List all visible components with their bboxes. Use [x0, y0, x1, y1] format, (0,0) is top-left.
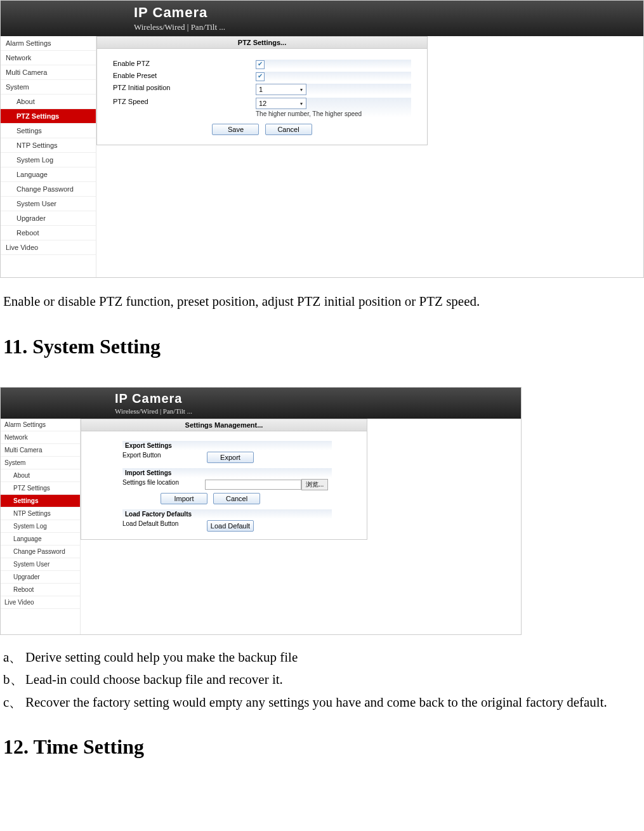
heading-11: 11. System Setting: [3, 331, 641, 362]
sidebar-item-system[interactable]: System: [1, 457, 80, 469]
sidebar-item-language[interactable]: Language: [1, 533, 80, 546]
import-button[interactable]: Import: [161, 493, 207, 504]
export-button[interactable]: Export: [207, 452, 254, 463]
list-marker-b: b、: [3, 670, 25, 690]
sidebar-item-network[interactable]: Network: [1, 431, 80, 444]
sidebar-item-changepw[interactable]: Change Password: [1, 182, 96, 197]
sidebar-item-multi-camera[interactable]: Multi Camera: [1, 65, 96, 80]
app-subtitle: Wireless/Wired | Pan/Tilt ...: [134, 22, 643, 32]
list-item-c: Recover the factory setting would empty …: [25, 693, 641, 713]
list-marker-c: c、: [3, 693, 25, 713]
sidebar-item-multi-camera[interactable]: Multi Camera: [1, 444, 80, 457]
import-section-title: Import Settings: [122, 468, 332, 478]
ptz-speed-hint: The higher number, The higher speed: [256, 109, 411, 117]
sidebar-item-ptz-settings[interactable]: PTZ Settings: [1, 109, 96, 124]
ptz-speed-value: 12: [256, 100, 269, 107]
enable-preset-checkbox[interactable]: ✔: [256, 72, 265, 81]
content-area: PTZ Settings... Enable PTZ ✔ Enable Pres…: [96, 36, 643, 277]
sidebar-item-network[interactable]: Network: [1, 51, 96, 65]
sidebar-2: Alarm Settings Network Multi Camera Syst…: [1, 419, 81, 634]
ptz-settings-panel: PTZ Settings... Enable PTZ ✔ Enable Pres…: [96, 36, 428, 145]
chevron-down-icon: ▾: [297, 87, 306, 93]
sidebar-item-upgrader[interactable]: Upgrader: [1, 211, 96, 226]
sidebar-item-ptz-settings[interactable]: PTZ Settings: [1, 482, 80, 495]
factory-section-title: Load Factory Defaults: [122, 509, 332, 519]
sidebar-item-ntp[interactable]: NTP Settings: [1, 138, 96, 153]
settings-screenshot: IP Camera Wireless/Wired | Pan/Tilt ... …: [0, 387, 522, 635]
sidebar-item-reboot[interactable]: Reboot: [1, 584, 80, 596]
file-path-input[interactable]: [205, 480, 301, 490]
sidebar-item-settings[interactable]: Settings: [1, 495, 80, 507]
settings-panel-title: Settings Management...: [81, 419, 367, 431]
ptz-description: Enable or disable PTZ function, preset p…: [3, 292, 641, 312]
initial-position-label: PTZ Initial position: [113, 84, 256, 91]
sidebar-item-syslog[interactable]: System Log: [1, 153, 96, 167]
app-title: IP Camera: [134, 4, 643, 21]
enable-ptz-label: Enable PTZ: [113, 60, 256, 67]
sidebar-item-alarm[interactable]: Alarm Settings: [1, 36, 96, 51]
cancel-button[interactable]: Cancel: [265, 124, 312, 135]
content-area-2: Settings Management... Export Settings E…: [81, 419, 521, 634]
ptz-screenshot: IP Camera Wireless/Wired | Pan/Tilt ... …: [0, 0, 644, 278]
list-item-a: Derive setting could help you make the b…: [25, 648, 641, 668]
heading-12: 12. Time Setting: [3, 731, 641, 762]
import-label: Settings file location: [122, 479, 205, 486]
ptz-speed-select[interactable]: 12 ▾: [256, 98, 306, 109]
sidebar-item-changepw[interactable]: Change Password: [1, 546, 80, 558]
sidebar-item-about[interactable]: About: [1, 95, 96, 109]
browse-button[interactable]: 浏览...: [301, 479, 328, 490]
export-section-title: Export Settings: [122, 441, 332, 450]
sidebar-item-sysuser[interactable]: System User: [1, 197, 96, 211]
sidebar-item-sysuser[interactable]: System User: [1, 558, 80, 571]
export-label: Export Button: [122, 452, 205, 459]
import-cancel-button[interactable]: Cancel: [213, 493, 260, 504]
factory-label: Load Default Button: [122, 520, 205, 527]
sidebar-item-ntp[interactable]: NTP Settings: [1, 507, 80, 520]
header-bar: IP Camera Wireless/Wired | Pan/Tilt ...: [1, 1, 643, 36]
header-bar-2: IP Camera Wireless/Wired | Pan/Tilt ...: [1, 388, 521, 419]
ptz-speed-label: PTZ Speed: [113, 98, 256, 105]
app-subtitle-2: Wireless/Wired | Pan/Tilt ...: [115, 407, 521, 415]
initial-position-select[interactable]: 1 ▾: [256, 84, 306, 95]
save-button[interactable]: Save: [212, 124, 259, 135]
sidebar-item-reboot[interactable]: Reboot: [1, 226, 96, 240]
chevron-down-icon: ▾: [297, 101, 306, 107]
settings-management-panel: Settings Management... Export Settings E…: [81, 419, 367, 540]
sidebar-item-language[interactable]: Language: [1, 167, 96, 182]
enable-preset-label: Enable Preset: [113, 72, 256, 79]
panel-title: PTZ Settings...: [97, 37, 427, 49]
enable-ptz-checkbox[interactable]: ✔: [256, 60, 265, 69]
list-item-b: Lead-in could choose backup file and rec…: [25, 670, 641, 690]
initial-position-value: 1: [256, 86, 265, 93]
sidebar: Alarm Settings Network Multi Camera Syst…: [1, 36, 96, 277]
sidebar-item-settings[interactable]: Settings: [1, 124, 96, 138]
sidebar-item-live-video[interactable]: Live Video: [1, 596, 80, 609]
sidebar-item-syslog[interactable]: System Log: [1, 520, 80, 533]
sidebar-item-about[interactable]: About: [1, 469, 80, 482]
sidebar-item-system[interactable]: System: [1, 80, 96, 95]
sidebar-item-live-video[interactable]: Live Video: [1, 240, 96, 255]
app-title-2: IP Camera: [115, 391, 521, 406]
load-default-button[interactable]: Load Default: [207, 520, 254, 532]
sidebar-item-upgrader[interactable]: Upgrader: [1, 571, 80, 584]
list-marker-a: a、: [3, 648, 25, 668]
sidebar-item-alarm[interactable]: Alarm Settings: [1, 419, 80, 431]
